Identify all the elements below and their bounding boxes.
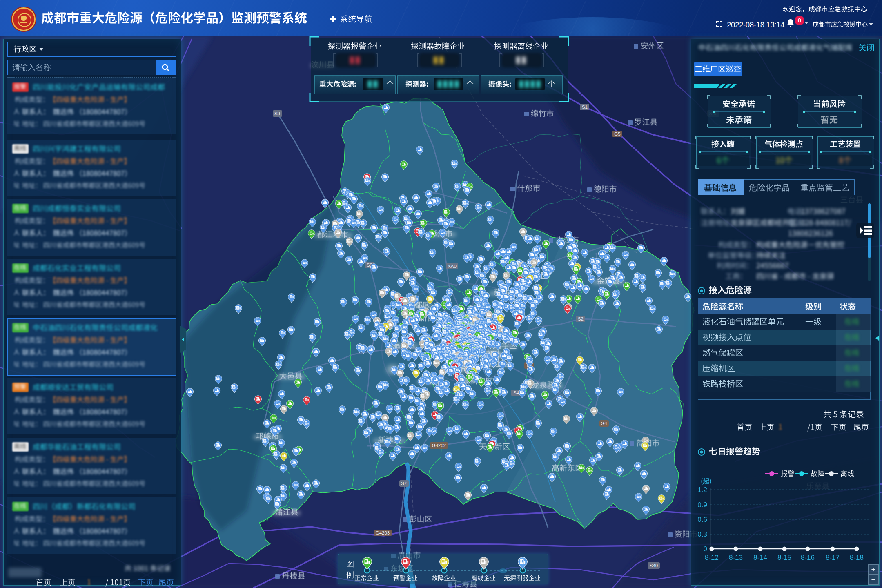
svg-text:S1: S1 xyxy=(582,105,588,109)
svg-text:S4: S4 xyxy=(513,390,519,395)
svg-text:S7: S7 xyxy=(401,481,407,486)
svg-text:G4: G4 xyxy=(601,421,607,426)
svg-text:XA0: XA0 xyxy=(448,264,457,269)
svg-text:G4203: G4203 xyxy=(376,530,390,535)
svg-text:G5: G5 xyxy=(614,131,620,136)
svg-text:S40: S40 xyxy=(650,563,658,568)
svg-text:G4202: G4202 xyxy=(432,443,446,448)
svg-text:S9: S9 xyxy=(274,111,280,116)
svg-text:S2: S2 xyxy=(578,316,584,321)
